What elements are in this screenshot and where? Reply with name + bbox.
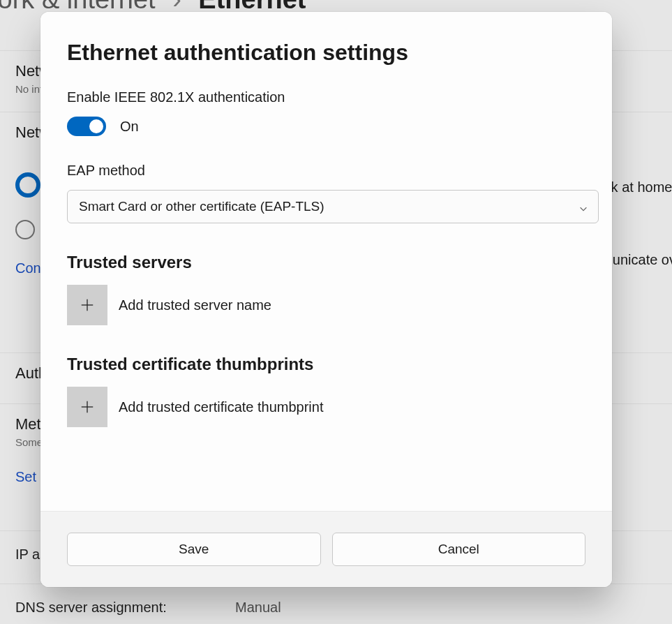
eap-method-value: Smart Card or other certificate (EAP-TLS… bbox=[79, 199, 324, 214]
plus-icon bbox=[80, 399, 95, 415]
plus-icon bbox=[80, 297, 95, 313]
add-thumbprint-text: Add trusted certificate thumbprint bbox=[119, 399, 323, 415]
chevron-down-icon bbox=[578, 202, 588, 211]
trusted-servers-label: Trusted servers bbox=[67, 253, 585, 272]
eap-method-select[interactable]: Smart Card or other certificate (EAP-TLS… bbox=[67, 190, 599, 223]
toggle-knob bbox=[89, 119, 103, 133]
cancel-button[interactable]: Cancel bbox=[332, 533, 586, 566]
eap-method-label: EAP method bbox=[67, 163, 585, 179]
toggle-state-text: On bbox=[120, 119, 139, 135]
ethernet-auth-dialog: Ethernet authentication settings Enable … bbox=[40, 12, 612, 587]
add-trusted-server-text: Add trusted server name bbox=[119, 297, 271, 313]
enable-8021x-toggle[interactable] bbox=[67, 117, 106, 136]
add-thumbprint-button[interactable] bbox=[67, 387, 107, 427]
add-trusted-server-button[interactable] bbox=[67, 285, 107, 325]
save-button[interactable]: Save bbox=[67, 533, 321, 566]
dialog-footer: Save Cancel bbox=[40, 511, 612, 587]
trusted-thumbprints-label: Trusted certificate thumbprints bbox=[67, 355, 585, 374]
enable-8021x-label: Enable IEEE 802.1X authentication bbox=[67, 89, 585, 105]
dialog-title: Ethernet authentication settings bbox=[67, 40, 585, 66]
